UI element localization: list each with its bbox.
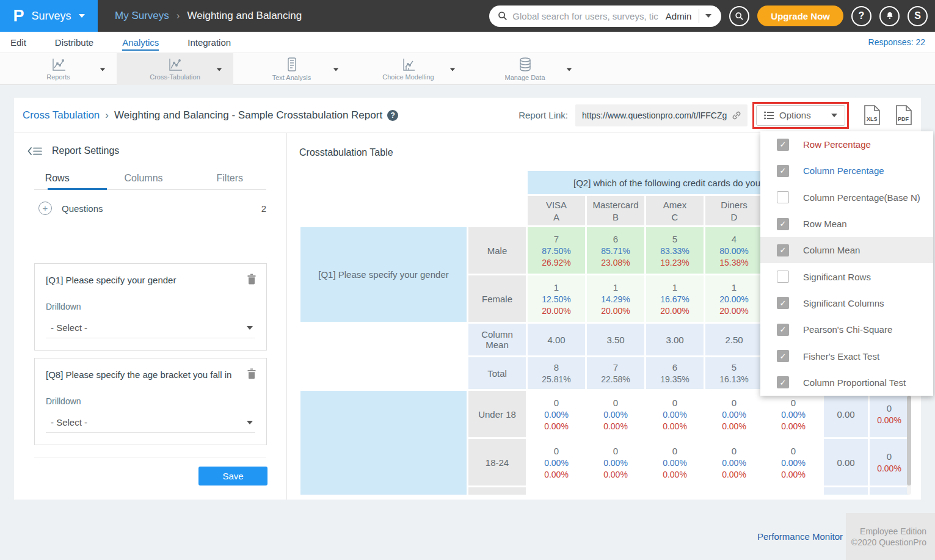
total-cell: 00.00% [870, 391, 909, 437]
breadcrumb: My Surveys › Weighting and Balancing [115, 10, 302, 22]
chevron-down-icon [831, 114, 837, 117]
table-cell: 00.00%0.00% [528, 391, 585, 437]
menu-item-significant-rows[interactable]: Significant Rows [760, 263, 933, 289]
export-pdf-button[interactable]: PDF [895, 105, 912, 125]
options-button[interactable]: Options [756, 105, 845, 126]
tab-integration[interactable]: Integration [187, 32, 231, 53]
notifications-button[interactable] [879, 6, 900, 26]
column-header-amex: AmexC [646, 196, 704, 225]
tab-distribute[interactable]: Distribute [55, 32, 93, 53]
collapse-panel-icon [27, 146, 42, 156]
breadcrumb-separator: › [105, 109, 109, 122]
drilldown-select[interactable]: - Select - [46, 318, 255, 338]
menu-item-row-mean[interactable]: ✓Row Mean [760, 211, 933, 237]
list-icon [764, 111, 774, 120]
row-header-column-mean: Column Mean [468, 324, 526, 355]
help-icon[interactable]: ? [387, 110, 398, 121]
toolbar-cross-tabulation[interactable]: Cross-Tabulation [117, 53, 233, 85]
column-header-mastercard: MastercardB [587, 196, 644, 225]
chevron-down-icon [333, 68, 339, 71]
search-submit-button[interactable] [729, 6, 749, 26]
menu-item-column-percentage-base-n[interactable]: Column Percentage(Base N) [760, 184, 933, 211]
report-settings-header[interactable]: Report Settings [27, 145, 119, 156]
checkbox-unchecked-icon[interactable] [777, 271, 789, 283]
breadcrumb-my-surveys[interactable]: My Surveys [115, 10, 169, 22]
edition-panel: Employee Edition ©2020 QuestionPro [846, 513, 935, 560]
checkbox-checked-icon[interactable]: ✓ [777, 139, 789, 151]
checkbox-checked-icon[interactable]: ✓ [777, 297, 789, 309]
table-cell [705, 487, 763, 495]
row-header-total: Total [468, 357, 526, 389]
column-mean-cell: 2.50 [705, 324, 763, 355]
add-question-button[interactable]: + [38, 202, 52, 215]
choice-modelling-icon [401, 58, 416, 71]
toolbar-item-label: Text Analysis [272, 74, 311, 81]
breadcrumb-separator: › [176, 10, 180, 22]
q1-row-group-header: [Q1] Please specify your gender [300, 227, 467, 322]
surveys-menu[interactable]: P Surveys [0, 0, 98, 32]
checkbox-checked-icon[interactable]: ✓ [777, 350, 789, 362]
link-icon [730, 109, 743, 122]
report-link-field[interactable]: https://www.questionpro.com/t/lFFCZg [575, 104, 748, 126]
menu-item-column-mean[interactable]: ✓Column Mean [760, 237, 933, 263]
delete-question-button[interactable] [247, 274, 256, 287]
divider [34, 457, 266, 457]
toolbar-text-analysis[interactable]: Text Analysis [233, 53, 350, 85]
table-cell: 480.00%15.38% [705, 227, 763, 274]
chevron-down-icon [100, 68, 106, 71]
toolbar-reports[interactable]: Reports [0, 53, 117, 85]
scrollbar-thumb[interactable] [907, 396, 911, 485]
menu-item-column-percentage[interactable]: ✓Column Percentage [760, 158, 933, 184]
checkbox-checked-icon[interactable]: ✓ [777, 165, 789, 177]
global-search-input[interactable] [512, 11, 658, 21]
global-search: Admin [489, 5, 721, 27]
tab-columns[interactable]: Columns [100, 173, 186, 191]
report-title: Weighting and Balancing - Sample Crossta… [114, 109, 382, 122]
top-bar-actions: Admin Upgrade Now ? S [489, 5, 935, 27]
drilldown-select-value: - Select - [46, 417, 87, 427]
bell-icon [885, 11, 895, 21]
spacer-cell [300, 196, 467, 225]
checkbox-checked-icon[interactable]: ✓ [777, 324, 789, 336]
search-scope-dropdown[interactable] [699, 14, 718, 18]
table-cell [587, 487, 644, 495]
column-header-visa: VISAA [528, 196, 585, 225]
chevron-down-icon [247, 326, 253, 330]
checkbox-checked-icon[interactable]: ✓ [777, 376, 789, 388]
tab-edit[interactable]: Edit [10, 32, 26, 53]
performance-monitor-link[interactable]: Performance Monitor [757, 531, 843, 542]
upgrade-now-button[interactable]: Upgrade Now [757, 5, 843, 26]
toolbar-item-label: Reports [46, 73, 70, 81]
spacer-cell [468, 171, 526, 194]
drilldown-select[interactable]: - Select - [46, 412, 255, 433]
menu-item-significant-columns[interactable]: ✓Significant Columns [760, 290, 933, 316]
user-avatar[interactable]: S [908, 6, 928, 26]
menu-item-pearsons-chi-square[interactable]: ✓Pearson's Chi-Square [760, 316, 933, 343]
cross-tabulation-link[interactable]: Cross Tabulation [23, 109, 100, 122]
menu-item-column-proportional-test[interactable]: ✓Column Proportional Test [760, 369, 933, 396]
menu-item-row-percentage[interactable]: ✓Row Percentage [760, 131, 933, 158]
chevron-down-icon [705, 14, 711, 18]
table-cell: 112.50%20.00% [528, 275, 585, 322]
delete-question-button[interactable] [247, 368, 256, 382]
cross-tab-chart-icon [168, 58, 183, 71]
checkbox-checked-icon[interactable]: ✓ [777, 218, 789, 230]
menu-item-fishers-exact-test[interactable]: ✓Fisher's Exact Test [760, 343, 933, 369]
column-mean-cell: 3.00 [646, 324, 704, 355]
table-cell: 00.00%0.00% [646, 439, 704, 485]
chevron-down-icon [79, 14, 85, 18]
active-tab-indicator [48, 188, 107, 190]
row-header-clipped [468, 487, 526, 495]
spacer-cell [300, 324, 467, 355]
question-card-q8: [Q8] Please specify the age bracket you … [34, 358, 267, 445]
tab-analytics[interactable]: Analytics [122, 32, 159, 53]
survey-nav: Edit Distribute Analytics Integration Re… [0, 32, 935, 53]
checkbox-unchecked-icon[interactable] [777, 191, 789, 203]
save-button[interactable]: Save [198, 467, 267, 485]
tab-filters[interactable]: Filters [187, 173, 273, 191]
toolbar-choice-modelling[interactable]: Choice Modelling [350, 53, 467, 85]
toolbar-manage-data[interactable]: Manage Data [467, 53, 583, 85]
checkbox-checked-icon[interactable]: ✓ [777, 244, 789, 256]
help-button[interactable]: ? [851, 6, 871, 26]
export-xls-button[interactable]: XLS [864, 105, 881, 125]
